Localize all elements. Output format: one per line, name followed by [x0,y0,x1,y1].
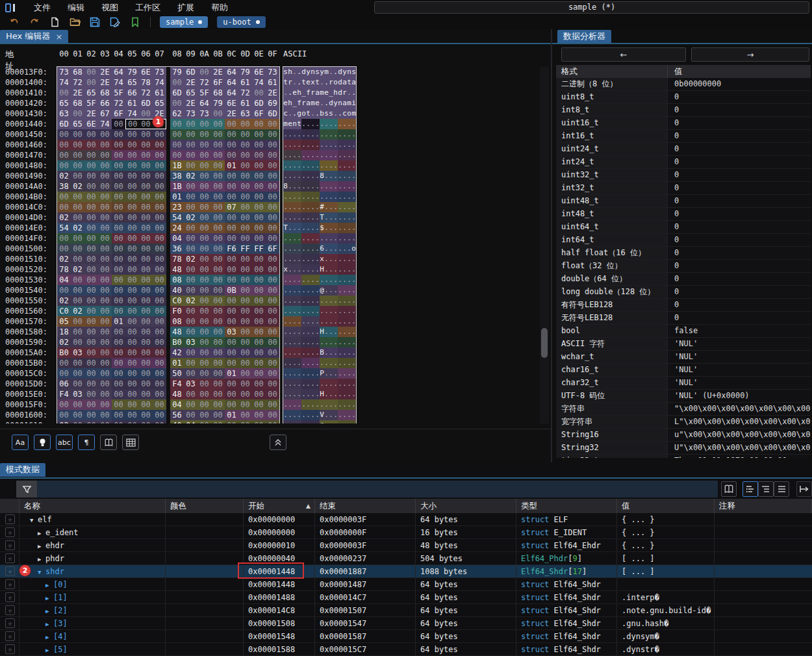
ascii-char[interactable]: . [329,254,333,264]
hex-byte[interactable]: 00 [225,150,238,160]
hex-byte[interactable]: 00 [197,368,211,379]
hex-byte[interactable]: 00 [211,327,225,337]
ascii-char[interactable]: . [301,275,306,285]
hex-byte[interactable]: 65 [153,98,166,108]
ascii-char[interactable]: . [292,420,297,423]
pattern-filter-input[interactable] [37,481,718,498]
ascii-char[interactable]: . [333,67,338,77]
ascii-char[interactable]: . [292,358,297,368]
ascii-char[interactable]: . [283,244,288,254]
hex-byte[interactable]: F4 [57,389,71,399]
hex-byte[interactable]: 00 [197,296,211,306]
favorite-star-button[interactable]: ☆ [5,566,15,576]
hex-byte[interactable]: 00 [170,98,184,108]
ascii-char[interactable]: o [347,108,351,119]
hex-byte[interactable]: 24 [170,223,184,233]
ascii-char[interactable]: . [315,275,320,285]
ascii-char[interactable]: . [351,337,356,347]
hex-byte[interactable]: 00 [225,181,238,192]
hex-byte[interactable]: 00 [98,316,112,327]
ascii-char[interactable]: . [301,337,306,347]
hex-byte[interactable]: 00 [211,379,225,389]
ascii-char[interactable]: . [311,202,315,212]
ascii-char[interactable]: e [283,98,288,108]
hex-byte[interactable]: 00 [139,337,153,347]
hex-byte[interactable]: 00 [112,389,125,399]
hex-byte[interactable]: 00 [112,233,125,244]
ascii-char[interactable]: . [333,181,338,192]
hex-byte[interactable]: 72 [112,98,125,108]
decode-text-button[interactable]: abc [56,435,73,450]
ascii-char[interactable]: . [315,327,320,337]
filter-button[interactable] [16,481,37,498]
hex-byte[interactable]: 00 [238,212,252,223]
ascii-char[interactable]: . [297,337,301,347]
ascii-char[interactable]: . [301,181,306,192]
hex-byte[interactable]: 00 [238,389,252,399]
ascii-char[interactable]: . [342,275,347,285]
ascii-char[interactable]: x [311,77,315,88]
ascii-char[interactable]: . [315,264,320,275]
hex-byte[interactable]: 2E [266,88,279,98]
ascii-char[interactable]: . [324,233,329,244]
ascii-char[interactable]: . [320,337,324,347]
ascii-char[interactable]: . [329,67,333,77]
ascii-char[interactable]: e [288,119,292,129]
hex-byte[interactable]: 00 [71,337,84,347]
ascii-char[interactable]: . [329,337,333,347]
hex-byte[interactable]: 00 [170,129,184,140]
ascii-char[interactable]: . [351,119,356,129]
ascii-char[interactable]: . [342,192,347,202]
hex-byte[interactable]: 00 [71,171,84,181]
hex-byte[interactable]: 00 [252,150,266,160]
ascii-char[interactable]: o [333,77,338,88]
pattern-name-cell[interactable]: ▶[4] [19,630,166,642]
ascii-char[interactable]: . [329,181,333,192]
doc-tab-sample[interactable]: sample [160,16,208,28]
ascii-char[interactable]: . [297,244,301,254]
ascii-char[interactable]: . [351,316,356,327]
ascii-char[interactable]: . [342,171,347,181]
ascii-char[interactable]: . [333,119,338,129]
hex-byte[interactable]: 00 [112,275,125,285]
ascii-char[interactable]: . [292,389,297,399]
ascii-char[interactable]: . [338,108,342,119]
hex-byte[interactable]: 00 [211,306,225,316]
close-icon[interactable]: × [55,32,62,42]
hex-byte[interactable]: 00 [153,181,166,192]
hex-byte[interactable]: 00 [238,181,252,192]
ascii-char[interactable]: . [301,264,306,275]
ascii-char[interactable]: . [342,160,347,171]
ascii-char[interactable]: m [351,108,356,119]
ascii-char[interactable]: . [283,296,288,306]
hex-byte[interactable]: 00 [112,337,125,347]
ascii-char[interactable]: . [297,327,301,337]
ascii-char[interactable]: . [301,254,306,264]
ascii-char[interactable]: . [342,420,347,423]
ascii-char[interactable]: . [347,140,351,150]
ascii-char[interactable]: . [342,316,347,327]
hex-byte[interactable]: 00 [71,285,84,296]
hex-byte[interactable]: 74 [125,108,139,119]
ascii-char[interactable]: . [324,150,329,160]
ascii-char[interactable]: . [306,129,311,140]
ascii-char[interactable]: . [301,399,306,410]
ascii-char[interactable]: . [338,150,342,160]
hex-byte[interactable]: 00 [112,192,125,202]
hex-byte[interactable]: 00 [266,379,279,389]
ascii-char[interactable]: . [288,410,292,420]
hex-byte[interactable]: 00 [238,171,252,181]
hex-byte[interactable]: 00 [238,192,252,202]
ascii-char[interactable]: . [338,368,342,379]
hex-byte[interactable]: 00 [84,285,98,296]
inspector-row[interactable]: char32_t'NUL' [556,377,811,390]
hex-byte[interactable]: 00 [184,275,197,285]
ascii-char[interactable]: . [333,296,338,306]
hex-byte[interactable]: 00 [153,212,166,223]
ascii-char[interactable]: . [347,171,351,181]
hex-byte[interactable]: 00 [84,296,98,306]
hex-byte[interactable]: 00 [238,233,252,244]
ascii-char[interactable]: . [315,389,320,399]
ascii-char[interactable]: . [301,202,306,212]
ascii-char[interactable]: . [301,368,306,379]
